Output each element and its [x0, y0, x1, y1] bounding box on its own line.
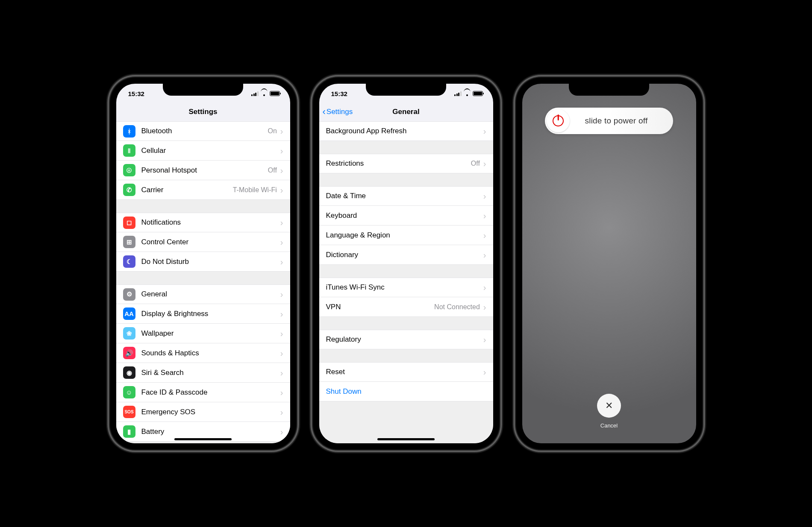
- status-icons: [454, 91, 483, 96]
- row-label: VPN: [326, 303, 435, 311]
- status-time: 15:32: [331, 90, 347, 97]
- row-label: Shut Down: [326, 387, 486, 396]
- wifi-icon: [464, 91, 471, 96]
- row-label: Restrictions: [326, 159, 471, 168]
- row-value: Off: [268, 167, 277, 174]
- cancel-button[interactable]: ✕: [597, 394, 621, 418]
- settings-row[interactable]: Regulatory›: [319, 330, 493, 349]
- row-label: iTunes Wi-Fi Sync: [326, 283, 480, 292]
- nav-title: General: [392, 108, 419, 116]
- phone-2: 15:32 ‹ Settings General Background App …: [313, 78, 499, 449]
- settings-row[interactable]: ◉Siri & Search›: [116, 363, 290, 383]
- settings-row[interactable]: ☺Face ID & Passcode›: [116, 383, 290, 402]
- general-list[interactable]: Background App Refresh›RestrictionsOff›D…: [319, 121, 493, 443]
- settings-row[interactable]: ᚼBluetoothOn›: [116, 121, 290, 141]
- general-icon: ⚙: [123, 288, 135, 301]
- chevron-right-icon: ›: [280, 127, 283, 135]
- settings-row[interactable]: Shut Down: [319, 382, 493, 401]
- settings-row[interactable]: VPNNot Connected›: [319, 297, 493, 317]
- chevron-right-icon: ›: [280, 166, 283, 175]
- sos-icon: SOS: [123, 406, 135, 418]
- settings-row[interactable]: iTunes Wi-Fi Sync›: [319, 278, 493, 297]
- chevron-right-icon: ›: [483, 368, 486, 376]
- row-label: Reset: [326, 368, 480, 376]
- settings-row[interactable]: Dictionary›: [319, 245, 493, 265]
- group-spacer: [319, 349, 493, 362]
- home-indicator[interactable]: [377, 438, 435, 440]
- battery-icon: [473, 91, 483, 96]
- status-time: 15:32: [128, 90, 144, 97]
- chevron-right-icon: ›: [483, 127, 486, 135]
- row-value: Off: [471, 160, 480, 167]
- row-value: Not Connected: [434, 303, 480, 311]
- chevron-right-icon: ›: [280, 388, 283, 397]
- settings-row[interactable]: ⊞Control Center›: [116, 232, 290, 252]
- settings-row[interactable]: AADisplay & Brightness›: [116, 304, 290, 324]
- power-off-slider[interactable]: slide to power off: [545, 108, 673, 134]
- row-label: Regulatory: [326, 335, 480, 344]
- settings-list[interactable]: ᚼBluetoothOn›⫴Cellular›⦾Personal Hotspot…: [116, 121, 290, 443]
- nav-back-label: Settings: [327, 108, 353, 116]
- settings-row[interactable]: ⚙General›: [116, 284, 290, 304]
- settings-row[interactable]: ◻Notifications›: [116, 213, 290, 232]
- sounds-icon: 🔊: [123, 347, 135, 359]
- cellular-icon: ⫴: [123, 144, 135, 157]
- row-label: Background App Refresh: [326, 127, 480, 135]
- settings-row[interactable]: ⫴Cellular›: [116, 141, 290, 161]
- row-label: Language & Region: [326, 231, 480, 240]
- chevron-right-icon: ›: [483, 303, 486, 311]
- cellular-signal-icon: [251, 91, 259, 96]
- settings-row[interactable]: Background App Refresh›: [319, 121, 493, 141]
- chevron-right-icon: ›: [280, 310, 283, 318]
- chevron-right-icon: ›: [280, 290, 283, 299]
- control-center-icon: ⊞: [123, 236, 135, 248]
- wifi-icon: [261, 91, 268, 96]
- slide-label: slide to power off: [570, 116, 671, 126]
- settings-row[interactable]: ☾Do Not Disturb›: [116, 252, 290, 272]
- settings-row[interactable]: ⦾Personal HotspotOff›: [116, 161, 290, 180]
- row-value: On: [268, 127, 277, 135]
- group-spacer: [319, 265, 493, 278]
- phone-1: 15:32 Settings ᚼBluetoothOn›⫴Cellular›⦾P…: [110, 78, 296, 449]
- settings-row[interactable]: Date & Time›: [319, 186, 493, 206]
- chevron-right-icon: ›: [483, 159, 486, 168]
- close-icon: ✕: [605, 400, 613, 411]
- chevron-right-icon: ›: [483, 283, 486, 292]
- settings-row[interactable]: SOSEmergency SOS›: [116, 402, 290, 422]
- chevron-right-icon: ›: [483, 192, 486, 200]
- power-knob[interactable]: [547, 109, 570, 132]
- screen-general: 15:32 ‹ Settings General Background App …: [319, 84, 493, 443]
- chevron-right-icon: ›: [280, 408, 283, 416]
- chevron-right-icon: ›: [280, 349, 283, 357]
- group-spacer: [116, 272, 290, 284]
- group-spacer: [116, 200, 290, 213]
- battery-icon: ▮: [123, 425, 135, 438]
- notch: [366, 84, 446, 96]
- chevron-right-icon: ›: [483, 231, 486, 240]
- notifications-icon: ◻: [123, 217, 135, 229]
- chevron-right-icon: ›: [280, 329, 283, 338]
- chevron-right-icon: ›: [280, 238, 283, 246]
- chevron-right-icon: ›: [280, 427, 283, 436]
- nav-back-button[interactable]: ‹ Settings: [323, 107, 353, 117]
- row-label: Control Center: [141, 238, 277, 246]
- phone-3: slide to power off ✕ Cancel: [516, 78, 702, 449]
- row-label: Carrier: [141, 186, 233, 194]
- settings-row[interactable]: Reset›: [319, 362, 493, 382]
- nav-bar: Settings: [116, 102, 290, 121]
- settings-row[interactable]: ✆CarrierT-Mobile Wi-Fi›: [116, 180, 290, 200]
- group-spacer: [319, 317, 493, 330]
- power-icon: [553, 115, 564, 126]
- status-icons: [251, 91, 280, 96]
- row-label: Battery: [141, 427, 277, 436]
- settings-row[interactable]: ❀Wallpaper›: [116, 324, 290, 343]
- settings-row[interactable]: RestrictionsOff›: [319, 154, 493, 173]
- chevron-right-icon: ›: [280, 146, 283, 155]
- home-indicator[interactable]: [174, 438, 232, 440]
- settings-row[interactable]: Language & Region›: [319, 225, 493, 245]
- notch: [569, 84, 649, 96]
- group-spacer: [319, 141, 493, 154]
- settings-row[interactable]: 🔊Sounds & Haptics›: [116, 343, 290, 363]
- settings-row[interactable]: Keyboard›: [319, 206, 493, 225]
- row-label: Sounds & Haptics: [141, 349, 277, 357]
